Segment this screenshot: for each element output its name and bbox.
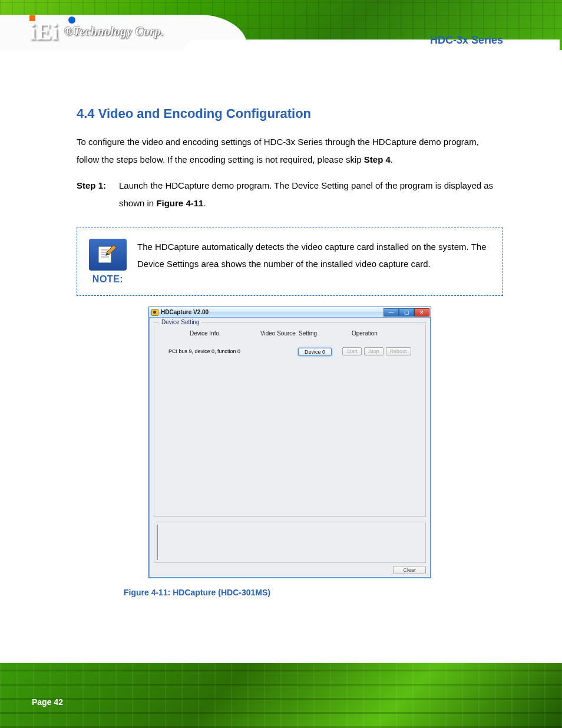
notepad-pencil-icon — [96, 244, 120, 265]
step-1-label: Step 1: — [77, 177, 119, 212]
intro-paragraph: To configure the video and encoding sett… — [77, 133, 503, 169]
clear-row: Clear — [154, 566, 426, 573]
step-1-body: Launch the HDCapture demo program. The D… — [119, 177, 503, 212]
minimize-button[interactable]: — — [384, 308, 399, 317]
logo-tagline: ®Technology Corp. — [64, 25, 164, 38]
step-1-text-b: . — [203, 198, 206, 208]
content-area: 4.4 Video and Encoding Configuration To … — [77, 106, 503, 597]
log-area — [154, 522, 426, 563]
logo-iei-text: iEi — [29, 18, 58, 45]
intro-text: To configure the video and encoding sett… — [77, 137, 479, 164]
device-row: PCI bus 9, device 0, function 0 Device 0… — [168, 347, 419, 355]
figure-caption: Figure 4-11: HDCapture (HDC-301MS) — [124, 588, 503, 597]
window-controls: — ▢ ✕ — [384, 308, 429, 317]
note-icon — [89, 239, 127, 271]
setting-cell: Device 0 — [298, 348, 342, 355]
device-info-text: PCI bus 9, device 0, function 0 — [168, 348, 269, 354]
titlebar[interactable]: HDCapture V2.00 — ▢ ✕ — [149, 307, 431, 318]
intro-tail: . — [391, 154, 393, 164]
operation-cell: Start Stop Reboot — [342, 347, 411, 355]
intro-step-ref: Step 4 — [364, 154, 391, 164]
footer-band — [0, 663, 562, 728]
note-box: NOTE: The HDCapture automatically detect… — [77, 228, 503, 296]
section-heading: 4.4 Video and Encoding Configuration — [77, 106, 503, 121]
close-icon: ✕ — [419, 309, 424, 315]
page-number: Page 42 — [32, 697, 63, 707]
close-button[interactable]: ✕ — [414, 308, 429, 317]
header-device-info: Device Info. — [190, 330, 260, 337]
group-title: Device Setting — [159, 319, 201, 325]
note-text: The HDCapture automatically detects the … — [137, 239, 491, 272]
header-video-source: Video Source — [260, 330, 299, 337]
app-window: HDCapture V2.00 — ▢ ✕ Device Setting Dev… — [148, 307, 431, 578]
minimize-icon: — — [389, 309, 394, 315]
titlebar-left: HDCapture V2.00 — [151, 309, 209, 316]
figure-wrap: HDCapture V2.00 — ▢ ✕ Device Setting Dev… — [77, 307, 503, 597]
column-headers: Device Info. Video Source Setting Operat… — [190, 330, 419, 337]
window-title: HDCapture V2.00 — [161, 309, 209, 315]
logo-text: iEi — [29, 18, 58, 45]
maximize-icon: ▢ — [404, 309, 409, 315]
header-swoosh-lower — [0, 50, 562, 68]
logo-accent-blue — [68, 17, 75, 24]
maximize-button[interactable]: ▢ — [399, 308, 414, 317]
reboot-button[interactable]: Reboot — [386, 347, 411, 355]
stop-button[interactable]: Stop — [364, 347, 384, 355]
header-setting: Setting — [299, 330, 352, 337]
app-icon — [151, 309, 158, 316]
device-setting-group: Device Setting Device Info. Video Source… — [154, 322, 426, 517]
header-operation: Operation — [352, 330, 405, 337]
document-title: HDC-3x Series — [430, 34, 503, 47]
device-0-button[interactable]: Device 0 — [298, 348, 332, 356]
note-icon-wrap: NOTE: — [89, 239, 127, 285]
window-body: Device Setting Device Info. Video Source… — [149, 318, 431, 578]
step-1-fig-ref: Figure 4-11 — [156, 198, 203, 208]
logo: iEi ®Technology Corp. — [29, 18, 164, 45]
clear-button[interactable]: Clear — [393, 566, 426, 574]
step-1: Step 1: Launch the HDCapture demo progra… — [77, 177, 503, 212]
logo-accent-orange — [29, 15, 35, 21]
note-label: NOTE: — [92, 274, 123, 285]
start-button[interactable]: Start — [342, 347, 362, 355]
